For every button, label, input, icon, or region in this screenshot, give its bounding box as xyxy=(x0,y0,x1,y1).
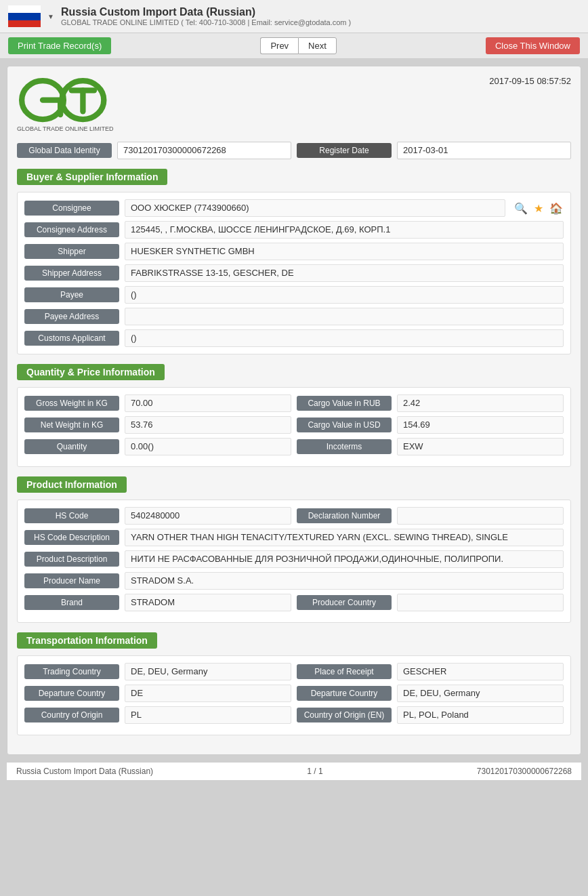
producer-name-row: Producer Name STRADOM S.A. xyxy=(24,572,564,590)
departure-country2-half: Departure Country DE, DEU, Germany xyxy=(297,685,564,702)
incoterms-half: Incoterms EXW xyxy=(297,438,564,455)
producer-name-value: STRADOM S.A. xyxy=(125,572,564,590)
place-of-receipt-half: Place of Receipt GESCHER xyxy=(297,663,564,680)
quantity-price-title: Quantity & Price Information xyxy=(17,364,165,380)
departure-country2-label: Departure Country xyxy=(297,686,392,701)
buyer-supplier-body: Consignee ООО ХЮСКЕР (7743900660) 🔍 ★ 🏠 … xyxy=(17,192,571,354)
gross-weight-half: Gross Weight in KG 70.00 xyxy=(24,394,291,412)
declaration-number-value xyxy=(397,507,564,525)
country-origin-row: Country of Origin PL Country of Origin (… xyxy=(24,706,564,724)
trading-country-row: Trading Country DE, DEU, Germany Place o… xyxy=(24,663,564,680)
product-section: Product Information HS Code 5402480000 D… xyxy=(17,476,571,623)
buyer-supplier-title: Buyer & Supplier Information xyxy=(17,169,167,185)
register-date-label: Register Date xyxy=(297,143,392,158)
customs-applicant-row: Customs Applicant () xyxy=(24,329,564,347)
main-content: GLOBAL TRADE ONLINE LIMITED 2017-09-15 0… xyxy=(7,66,581,755)
departure-country-value: DE xyxy=(125,685,291,702)
country-of-origin-label: Country of Origin xyxy=(24,708,119,722)
svg-rect-1 xyxy=(8,13,41,20)
hs-code-label: HS Code xyxy=(24,508,119,523)
dropdown-arrow[interactable]: ▼ xyxy=(47,13,54,20)
place-of-receipt-label: Place of Receipt xyxy=(297,664,392,679)
hs-code-value: 5402480000 xyxy=(125,507,291,525)
quantity-value: 0.00() xyxy=(125,438,291,455)
payee-address-label: Payee Address xyxy=(24,309,119,324)
consignee-address-row: Consignee Address 125445, , Г.МОСКВА, ШО… xyxy=(24,221,564,239)
shipper-address-row: Shipper Address FABRIKSTRASSE 13-15, GES… xyxy=(24,264,564,282)
consignee-address-label: Consignee Address xyxy=(24,222,119,237)
nav-buttons: Prev Next xyxy=(260,37,336,54)
toolbar: Print Trade Record(s) Prev Next Close Th… xyxy=(0,33,588,59)
logo-area: GLOBAL TRADE ONLINE LIMITED xyxy=(17,76,114,132)
net-weight-label: Net Weight in KG xyxy=(24,418,119,432)
producer-name-label: Producer Name xyxy=(24,573,119,588)
record-timestamp: 2017-09-15 08:57:52 xyxy=(489,76,571,86)
shipper-address-label: Shipper Address xyxy=(24,266,119,281)
producer-country-label: Producer Country xyxy=(297,595,392,610)
brand-half: Brand STRADOM xyxy=(24,594,291,611)
product-desc-value: НИТИ НЕ РАСФАСОВАННЫЕ ДЛЯ РОЗНИЧНОЙ ПРОД… xyxy=(125,550,564,568)
departure-country2-value: DE, DEU, Germany xyxy=(397,685,564,702)
hs-code-row: HS Code 5402480000 Declaration Number xyxy=(24,507,564,525)
country-origin-en-half: Country of Origin (EN) PL, POL, Poland xyxy=(297,706,564,724)
trading-country-value: DE, DEU, Germany xyxy=(125,663,291,680)
logo-svg xyxy=(17,76,114,124)
place-of-receipt-value: GESCHER xyxy=(397,663,564,680)
quantity-label: Quantity xyxy=(24,439,119,454)
incoterms-label: Incoterms xyxy=(297,439,392,454)
hs-code-desc-value: YARN OTHER THAN HIGH TENACITY/TEXTURED Y… xyxy=(125,529,564,546)
prev-button[interactable]: Prev xyxy=(260,37,298,54)
cargo-rub-label: Cargo Value in RUB xyxy=(297,396,392,411)
shipper-address-value: FABRIKSTRASSE 13-15, GESCHER, DE xyxy=(125,264,564,282)
footer-left: Russia Custom Import Data (Russian) xyxy=(16,767,153,776)
country-of-origin-en-value: PL, POL, Poland xyxy=(397,706,564,724)
transportation-section: Transportation Information Trading Count… xyxy=(17,632,571,735)
payee-label: Payee xyxy=(24,287,119,302)
cargo-usd-value: 154.69 xyxy=(397,416,564,434)
hs-code-half: HS Code 5402480000 xyxy=(24,507,291,525)
title-area: Russia Custom Import Data (Russian) GLOB… xyxy=(61,6,580,26)
cargo-usd-label: Cargo Value in USD xyxy=(297,418,392,432)
quantity-price-section: Quantity & Price Information Gross Weigh… xyxy=(17,364,571,467)
global-data-identity-value: 730120170300000672268 xyxy=(117,142,291,159)
quantity-price-body: Gross Weight in KG 70.00 Cargo Value in … xyxy=(17,387,571,467)
footer-bar: Russia Custom Import Data (Russian) 1 / … xyxy=(7,762,581,780)
register-date-value: 2017-03-01 xyxy=(397,142,571,159)
cargo-rub-value: 2.42 xyxy=(397,394,564,412)
footer-right: 730120170300000672268 xyxy=(477,767,572,776)
star-icon[interactable]: ★ xyxy=(531,201,546,216)
print-button[interactable]: Print Trade Record(s) xyxy=(8,37,111,54)
transportation-title: Transportation Information xyxy=(17,632,157,649)
net-weight-half: Net Weight in KG 53.76 xyxy=(24,416,291,434)
next-button[interactable]: Next xyxy=(298,37,337,54)
cargo-rub-half: Cargo Value in RUB 2.42 xyxy=(297,394,564,412)
record-header: GLOBAL TRADE ONLINE LIMITED 2017-09-15 0… xyxy=(17,76,571,132)
producer-country-half: Producer Country xyxy=(297,594,564,611)
footer-center: 1 / 1 xyxy=(307,767,322,776)
gross-weight-label: Gross Weight in KG xyxy=(24,396,119,411)
close-button[interactable]: Close This Window xyxy=(486,37,580,54)
flag-icon xyxy=(8,5,41,27)
brand-label: Brand xyxy=(24,595,119,610)
departure-row: Departure Country DE Departure Country D… xyxy=(24,685,564,702)
payee-row: Payee () xyxy=(24,286,564,304)
payee-address-value xyxy=(125,308,564,325)
svg-rect-0 xyxy=(8,5,41,13)
gross-weight-value: 70.00 xyxy=(125,394,291,412)
search-icon[interactable]: 🔍 xyxy=(513,201,528,216)
top-bar: ▼ Russia Custom Import Data (Russian) GL… xyxy=(0,0,588,33)
hs-code-desc-label: HS Code Description xyxy=(24,530,119,545)
hs-desc-row: HS Code Description YARN OTHER THAN HIGH… xyxy=(24,529,564,546)
app-title: Russia Custom Import Data (Russian) xyxy=(61,6,580,18)
consignee-label: Consignee xyxy=(24,201,119,216)
gross-weight-row: Gross Weight in KG 70.00 Cargo Value in … xyxy=(24,394,564,412)
departure-country-label: Departure Country xyxy=(24,686,119,701)
shipper-row: Shipper HUESKER SYNTHETIC GMBH xyxy=(24,243,564,260)
declaration-half: Declaration Number xyxy=(297,507,564,525)
departure-country-half: Departure Country DE xyxy=(24,685,291,702)
svg-rect-2 xyxy=(8,20,41,27)
country-of-origin-en-label: Country of Origin (EN) xyxy=(297,708,392,722)
customs-applicant-value: () xyxy=(125,329,564,347)
trading-country-half: Trading Country DE, DEU, Germany xyxy=(24,663,291,680)
home-icon[interactable]: 🏠 xyxy=(549,201,564,216)
